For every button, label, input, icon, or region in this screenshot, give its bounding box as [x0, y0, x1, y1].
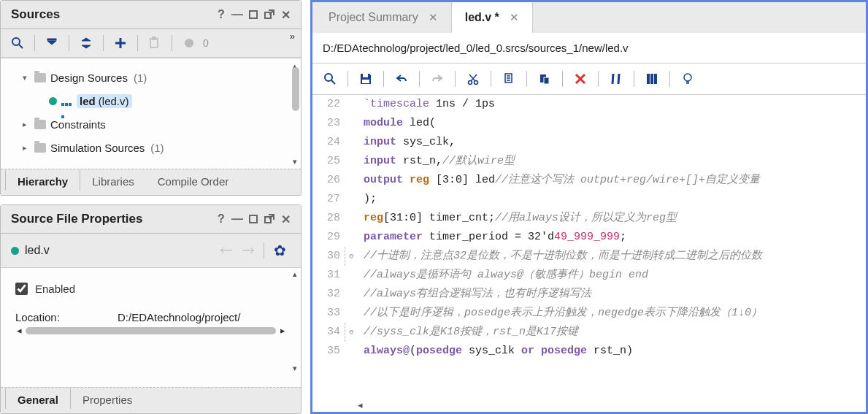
popout-icon[interactable]	[261, 7, 277, 23]
delete-icon[interactable]	[569, 68, 592, 90]
code-line[interactable]: 35always@(posedge sys_clk or posedge rst…	[312, 342, 866, 361]
chevron-right-icon[interactable]: ▸	[20, 142, 30, 153]
chevron-down-icon[interactable]: ▾	[20, 72, 30, 83]
code-line[interactable]: 33//以下是时序逻辑，posedge表示上升沿触发，negedge表示下降沿触…	[312, 304, 866, 323]
tab-compile-order[interactable]: Compile Order	[146, 169, 241, 191]
tab-general[interactable]: General	[5, 388, 71, 409]
scroll-right-icon[interactable]: ▸	[277, 325, 288, 336]
nav-prev-icon[interactable]: 🡐	[215, 241, 237, 260]
tree-constraints[interactable]: ▸ Constraints	[5, 112, 301, 136]
close-icon[interactable]: ✕	[277, 211, 293, 227]
fold-gutter[interactable]: ⊖	[345, 323, 358, 342]
copy-icon[interactable]	[497, 68, 521, 90]
code-line[interactable]: 34⊖//syss_clk是K18按键，rst_n是K17按键	[312, 323, 866, 342]
code-content[interactable]: //以下是时序逻辑，posedge表示上升沿触发，negedge表示下降沿触发（…	[358, 304, 762, 323]
sources-tree: ▾ Design Sources (1) led (led.v) ▸ Const…	[1, 58, 301, 169]
line-number: 28	[312, 209, 345, 228]
scroll-thumb[interactable]	[292, 67, 299, 111]
tree-sim-sources[interactable]: ▸ Simulation Sources (1)	[5, 136, 301, 159]
scroll-left-icon[interactable]: ◂	[14, 325, 24, 336]
scroll-down-icon[interactable]: ▾	[291, 364, 299, 372]
tab-project-summary[interactable]: Project Summary ✕	[315, 2, 452, 33]
svg-point-6	[185, 39, 193, 47]
minimize-icon[interactable]: —	[229, 7, 245, 23]
tab-libraries[interactable]: Libraries	[80, 169, 146, 191]
lightbulb-icon[interactable]	[676, 68, 699, 90]
search-icon[interactable]	[8, 34, 27, 53]
code-line[interactable]: 24input sys_clk,	[312, 133, 866, 152]
tree-design-sources[interactable]: ▾ Design Sources (1)	[5, 66, 301, 89]
tab-led-v[interactable]: led.v * ✕	[452, 2, 533, 33]
property-hscroll[interactable]: ◂ ▸	[11, 325, 291, 339]
scroll-down-icon[interactable]: ▾	[291, 157, 299, 166]
editor-toolbar	[312, 64, 866, 95]
tab-properties[interactable]: Properties	[71, 388, 144, 409]
restore-icon[interactable]	[245, 7, 261, 23]
close-icon[interactable]: ✕	[277, 7, 293, 23]
enabled-checkbox[interactable]	[15, 283, 28, 295]
code-line[interactable]: 27);	[312, 190, 866, 209]
code-content[interactable]: input sys_clk,	[358, 133, 456, 152]
popout-icon[interactable]	[261, 211, 277, 227]
tree-led-file[interactable]: led (led.v)	[5, 89, 301, 112]
code-content[interactable]: reg[31:0] timer_cnt;//用always设计，所以定义为reg…	[358, 209, 677, 228]
save-icon[interactable]	[354, 68, 377, 90]
code-line[interactable]: 28reg[31:0] timer_cnt;//用always设计，所以定义为r…	[312, 209, 866, 228]
svg-rect-3	[47, 39, 56, 40]
scroll-thumb[interactable]	[26, 327, 276, 334]
properties-panel: Source File Properties ? — ✕ led.v 🡐 🡒 ✿…	[0, 204, 302, 414]
close-icon[interactable]: ✕	[429, 11, 438, 24]
instance-icon	[61, 96, 72, 105]
comment-icon[interactable]	[604, 68, 628, 90]
sources-scrollbar[interactable]: ▴ ▾	[289, 64, 299, 163]
undo-icon[interactable]	[390, 68, 413, 90]
help-icon[interactable]: ?	[213, 7, 229, 23]
property-vscroll[interactable]: ▴ ▾	[289, 272, 299, 369]
code-content[interactable]: //always有组合逻辑写法，也有时序逻辑写法	[358, 285, 591, 304]
led-file-label: led (led.v)	[77, 94, 132, 108]
editor-hscroll[interactable]: ◂	[312, 397, 866, 412]
expand-all-icon[interactable]	[77, 34, 96, 53]
paste-icon[interactable]	[533, 68, 556, 90]
code-content[interactable]: //十进制，注意点32是位数，不是十进制位数，而是十进制转成二进制之后的位数	[358, 247, 762, 266]
code-editor[interactable]: 22`timescale 1ns / 1ps23module led(24inp…	[312, 95, 866, 397]
code-content[interactable]: always@(posedge sys_clk or posedge rst_n…	[358, 342, 633, 361]
fold-gutter[interactable]: ⊖	[345, 247, 358, 266]
add-source-icon[interactable]	[111, 34, 130, 53]
find-icon[interactable]	[318, 68, 342, 90]
collapse-all-icon[interactable]	[42, 34, 61, 53]
code-line[interactable]: 30⊖//十进制，注意点32是位数，不是十进制位数，而是十进制转成二进制之后的位…	[312, 247, 866, 266]
column-select-icon[interactable]	[640, 68, 664, 90]
minimize-icon[interactable]: —	[229, 211, 245, 227]
sources-title: Sources	[11, 7, 60, 22]
code-content[interactable]: module led(	[358, 114, 436, 133]
code-line[interactable]: 25input rst_n,//默认wire型	[312, 152, 866, 171]
line-number: 33	[312, 304, 345, 323]
restore-icon[interactable]	[245, 211, 261, 227]
scroll-left-icon[interactable]: ◂	[358, 399, 363, 410]
svg-rect-10	[363, 74, 368, 77]
code-line[interactable]: 31//always是循环语句 always@（敏感事件）begin end	[312, 266, 866, 285]
code-line[interactable]: 29parameter timer_period = 32'd49_999_99…	[312, 228, 866, 247]
code-line[interactable]: 26output reg [3:0] led//注意这个写法 output+re…	[312, 171, 866, 190]
code-content[interactable]: input rst_n,//默认wire型	[358, 152, 515, 171]
more-chevron-icon[interactable]: »	[290, 31, 295, 42]
code-content[interactable]: parameter timer_period = 32'd49_999_999;	[358, 228, 626, 247]
tab-hierarchy[interactable]: Hierarchy	[5, 169, 80, 191]
code-content[interactable]: //syss_clk是K18按键，rst_n是K17按键	[358, 323, 578, 342]
scroll-up-icon[interactable]: ▴	[291, 269, 299, 278]
nav-next-icon[interactable]: 🡒	[237, 241, 259, 260]
code-line[interactable]: 32//always有组合逻辑写法，也有时序逻辑写法	[312, 285, 866, 304]
code-content[interactable]: `timescale 1ns / 1ps	[358, 95, 495, 114]
gear-icon[interactable]: ✿	[269, 242, 291, 259]
close-icon[interactable]: ✕	[510, 11, 519, 24]
code-content[interactable]: //always是循环语句 always@（敏感事件）begin end	[358, 266, 648, 285]
code-line[interactable]: 22`timescale 1ns / 1ps	[312, 95, 866, 114]
help-icon[interactable]: ?	[213, 211, 229, 227]
cut-icon[interactable]	[461, 68, 485, 90]
chevron-right-icon[interactable]: ▸	[20, 119, 30, 129]
code-line[interactable]: 23module led(	[312, 114, 866, 133]
code-content[interactable]: );	[358, 190, 377, 209]
sources-tabs: Hierarchy Libraries Compile Order	[1, 169, 301, 195]
code-content[interactable]: output reg [3:0] led//注意这个写法 output+reg/…	[358, 171, 760, 190]
